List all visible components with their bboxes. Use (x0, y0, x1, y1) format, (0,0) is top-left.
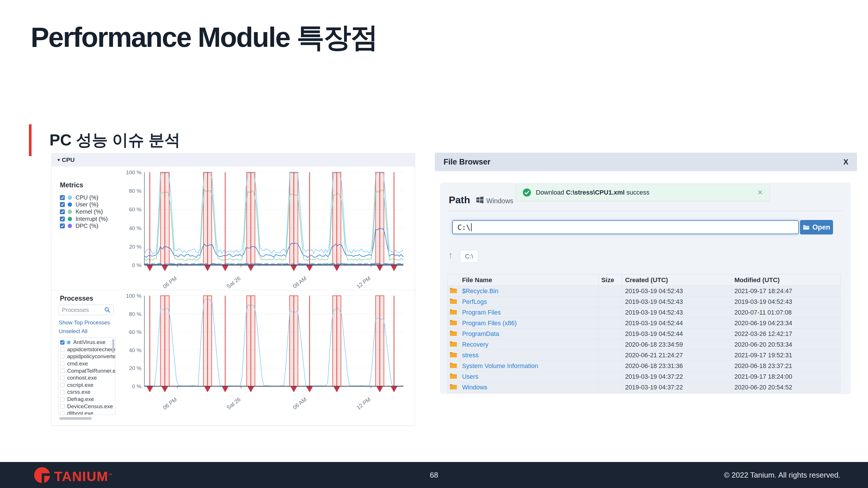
process-list[interactable]: AntiVirus.exeappidcertstorecheckappidpol… (58, 337, 116, 415)
check-icon (60, 203, 64, 206)
icon-column-header (447, 274, 459, 286)
path-label: Path (449, 194, 470, 205)
process-checkbox[interactable] (60, 368, 64, 373)
table-row[interactable]: $Recycle.Bin2019-03-19 04:52:432021-09-1… (447, 286, 841, 297)
alert-marker-triangle (391, 265, 397, 271)
file-name-link[interactable]: $Recycle.Bin (459, 286, 598, 297)
process-checkbox[interactable] (60, 354, 64, 359)
alert-marker-triangle (204, 265, 211, 271)
metric-checkbox[interactable] (60, 217, 65, 222)
table-row[interactable]: System Volume Information2020-06-18 23:3… (447, 361, 841, 371)
file-modified: 2021-09-17 18:24:00 (732, 371, 841, 382)
process-row[interactable]: appidpolicyconverte (60, 353, 115, 360)
process-row[interactable]: CompatTelRunner.ex (60, 367, 115, 375)
process-search-input[interactable] (61, 306, 104, 314)
folder-icon (450, 352, 457, 358)
column-header[interactable]: Created (UTC) (622, 274, 732, 286)
metric-checkbox[interactable] (60, 224, 65, 228)
process-name: DeviceCensus.exe (67, 403, 113, 410)
metric-row: CPU (%) (60, 194, 107, 201)
open-button-label: Open (812, 223, 830, 231)
folder-open-icon (803, 225, 810, 230)
column-header[interactable]: File Name (459, 274, 598, 286)
breadcrumb-drive-chip[interactable]: C:\ (460, 250, 478, 263)
file-name-link[interactable]: Recovery (459, 339, 598, 350)
process-row[interactable]: csrss.exe (60, 389, 115, 396)
os-label: Windows (486, 197, 513, 205)
metric-checkbox[interactable] (60, 202, 65, 207)
process-row[interactable]: cscript.exe (60, 382, 115, 389)
toast-close-icon[interactable]: ✕ (757, 189, 763, 197)
folder-icon-cell (447, 339, 459, 350)
process-checkbox[interactable] (60, 362, 64, 366)
table-row[interactable]: stress2020-06-21 21:24:272021-09-17 19:5… (447, 350, 841, 361)
path-divider (449, 211, 842, 211)
process-row[interactable]: dllhost.exe (60, 410, 115, 415)
file-name-link[interactable]: Windows (459, 382, 598, 393)
file-created: 2019-03-19 04:52:44 (622, 329, 732, 339)
file-size (598, 339, 622, 350)
table-row[interactable]: Program Files (x86)2019-03-19 04:52:4420… (447, 318, 841, 329)
metric-checkbox[interactable] (60, 195, 65, 200)
process-checkbox[interactable] (60, 390, 64, 394)
process-name: cmd.exe (67, 360, 88, 367)
process-checkbox[interactable] (60, 397, 64, 401)
navigate-up-button[interactable]: ↑ (448, 250, 453, 261)
show-top-processes-link[interactable]: Show Top Processes (59, 320, 110, 326)
process-row[interactable]: appidcertstorecheck (60, 346, 115, 353)
alert-marker-triangle (306, 265, 313, 271)
file-table-head: File NameSizeCreated (UTC)Modified (UTC) (447, 274, 841, 286)
process-row[interactable]: DeviceCensus.exe (60, 403, 115, 410)
column-header[interactable]: Size (598, 274, 622, 286)
process-checkbox[interactable] (60, 376, 64, 380)
x-axis-tick-label: 12 PM (355, 275, 372, 288)
file-name-link[interactable]: Program Files (x86) (459, 318, 598, 329)
collapse-caret-icon[interactable]: ▾ (58, 157, 60, 162)
process-row[interactable]: AntiVirus.exe (60, 339, 115, 346)
metric-checkbox[interactable] (60, 209, 65, 214)
folder-icon (450, 320, 457, 326)
file-name-link[interactable]: System Volume Information (459, 361, 598, 371)
file-modified: 2020-06-19 04:23:34 (732, 318, 841, 329)
file-name-link[interactable]: ProgramData (459, 329, 598, 339)
file-name-link[interactable]: stress (459, 350, 598, 361)
table-row[interactable]: Program Files2019-03-19 04:52:432020-07-… (447, 307, 841, 318)
unselect-all-link[interactable]: Unselect All (59, 328, 87, 334)
file-name-link[interactable]: Users (459, 371, 598, 382)
process-row[interactable]: Defrag.exe (60, 396, 115, 403)
cpu-panel-header[interactable]: ▾ CPU (52, 154, 414, 166)
alert-marker-triangle (147, 387, 153, 392)
vertical-scrollbar[interactable] (112, 339, 114, 353)
file-name-link[interactable]: PerfLogs (459, 297, 598, 307)
alert-marker-triangle (290, 387, 297, 392)
process-row[interactable]: cmd.exe (60, 360, 115, 367)
series-line-antivirus-exe (144, 299, 403, 386)
metric-color-dot (68, 209, 72, 214)
process-checkbox[interactable] (60, 412, 64, 415)
process-checkbox[interactable] (60, 383, 64, 387)
metric-label: DPC (%) (75, 223, 98, 229)
column-header[interactable]: Modified (UTC) (732, 274, 841, 286)
process-checkbox[interactable] (60, 404, 64, 409)
process-checkbox[interactable] (60, 347, 64, 352)
metric-color-dot (68, 195, 72, 200)
table-row[interactable]: ProgramData2019-03-19 04:52:442022-03-26… (447, 329, 841, 339)
metric-label: CPU (%) (75, 194, 98, 201)
table-row[interactable]: Users2019-03-19 04:37:222021-09-17 18:24… (447, 371, 841, 382)
folder-icon (450, 362, 457, 368)
table-row[interactable]: Recovery2020-06-18 23:34:592020-06-20 20… (447, 339, 841, 350)
table-row[interactable]: PerfLogs2019-03-19 04:52:432019-03-19 04… (447, 297, 841, 307)
page-title: Performance Module 특장점 (31, 19, 377, 57)
process-search[interactable] (58, 305, 114, 315)
folder-icon (450, 373, 457, 379)
open-button[interactable]: Open (800, 220, 833, 234)
process-usage-chart: 100 %80 %60 %40 %20 %0 %06 PMSat 2606 AM… (118, 292, 408, 412)
file-name-link[interactable]: Program Files (459, 307, 598, 318)
horizontal-scrollbar[interactable] (59, 417, 92, 420)
path-input[interactable]: C:\ (452, 220, 799, 234)
table-row[interactable]: Windows2019-03-19 04:37:222020-06-20 20:… (447, 382, 841, 393)
close-window-button[interactable]: X (843, 158, 848, 166)
process-name: cscript.exe (67, 382, 93, 388)
process-checkbox[interactable] (60, 340, 64, 345)
process-row[interactable]: conhost.exe (60, 375, 115, 382)
